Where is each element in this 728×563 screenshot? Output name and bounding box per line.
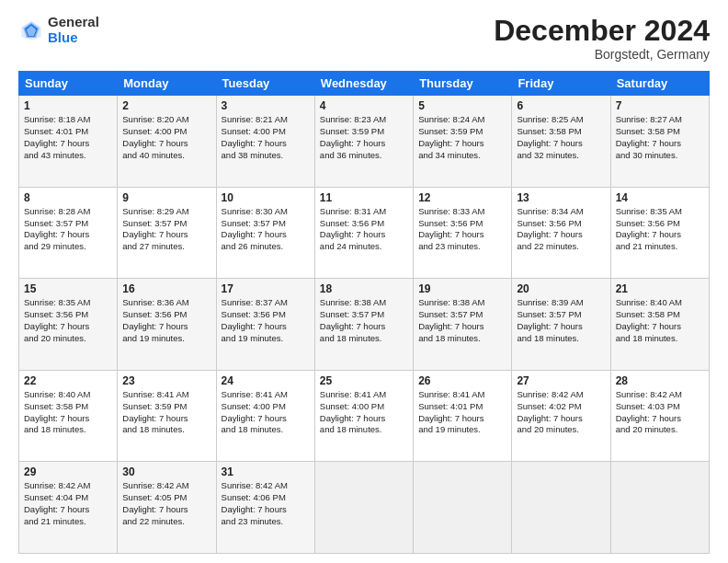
- title-block: December 2024 Borgstedt, Germany: [494, 15, 710, 62]
- day-info: and 32 minutes.: [517, 150, 605, 162]
- day-number: 3: [222, 99, 310, 112]
- table-row: 29Sunrise: 8:42 AMSunset: 4:04 PMDayligh…: [19, 462, 118, 554]
- day-info: and 27 minutes.: [122, 241, 210, 253]
- day-info: and 18 minutes.: [320, 333, 408, 345]
- day-info: Sunrise: 8:41 AM: [122, 389, 210, 401]
- day-info: Daylight: 7 hours: [222, 504, 310, 516]
- day-number: 13: [517, 191, 605, 204]
- day-info: Sunset: 3:57 PM: [320, 309, 408, 321]
- col-friday: Friday: [512, 72, 610, 96]
- table-row: 4Sunrise: 8:23 AMSunset: 3:59 PMDaylight…: [314, 96, 413, 188]
- day-number: 27: [517, 374, 605, 387]
- day-info: Sunrise: 8:42 AM: [24, 480, 112, 492]
- day-info: Sunrise: 8:23 AM: [320, 114, 408, 126]
- day-info: Sunrise: 8:28 AM: [24, 206, 112, 218]
- day-info: Sunset: 3:56 PM: [320, 218, 408, 230]
- day-info: and 20 minutes.: [24, 333, 112, 345]
- day-info: Sunrise: 8:42 AM: [517, 389, 605, 401]
- day-number: 12: [418, 191, 506, 204]
- table-row: 25Sunrise: 8:41 AMSunset: 4:00 PMDayligh…: [314, 370, 413, 462]
- day-info: Sunset: 4:04 PM: [24, 492, 112, 504]
- day-info: Daylight: 7 hours: [122, 229, 210, 241]
- day-info: Daylight: 7 hours: [320, 413, 408, 425]
- table-row: 7Sunrise: 8:27 AMSunset: 3:58 PMDaylight…: [610, 96, 709, 188]
- day-info: Sunset: 3:56 PM: [222, 309, 310, 321]
- day-info: Sunrise: 8:40 AM: [24, 389, 112, 401]
- day-number: 31: [222, 465, 310, 478]
- day-info: Sunrise: 8:39 AM: [517, 297, 605, 309]
- day-info: Sunrise: 8:35 AM: [616, 206, 704, 218]
- day-info: and 40 minutes.: [122, 150, 210, 162]
- day-number: 19: [418, 282, 506, 295]
- day-info: Sunrise: 8:24 AM: [418, 114, 506, 126]
- day-info: and 22 minutes.: [517, 241, 605, 253]
- day-info: Sunrise: 8:38 AM: [418, 297, 506, 309]
- col-tuesday: Tuesday: [216, 72, 314, 96]
- day-info: Sunrise: 8:41 AM: [418, 389, 506, 401]
- day-info: Sunset: 3:57 PM: [222, 218, 310, 230]
- day-info: Daylight: 7 hours: [24, 413, 112, 425]
- table-row: 31Sunrise: 8:42 AMSunset: 4:06 PMDayligh…: [216, 462, 314, 554]
- day-info: Sunrise: 8:41 AM: [320, 389, 408, 401]
- day-number: 18: [320, 282, 408, 295]
- day-info: and 18 minutes.: [222, 424, 310, 436]
- table-row: 16Sunrise: 8:36 AMSunset: 3:56 PMDayligh…: [118, 279, 216, 371]
- table-row: [512, 462, 610, 554]
- day-info: Daylight: 7 hours: [616, 413, 704, 425]
- day-number: 7: [616, 99, 704, 112]
- day-info: Sunset: 3:57 PM: [122, 218, 210, 230]
- day-info: Daylight: 7 hours: [222, 138, 310, 150]
- day-info: Sunset: 4:01 PM: [24, 126, 112, 138]
- day-info: Daylight: 7 hours: [122, 321, 210, 333]
- day-info: Sunset: 3:58 PM: [517, 126, 605, 138]
- day-info: and 21 minutes.: [616, 241, 704, 253]
- day-info: Daylight: 7 hours: [418, 229, 506, 241]
- day-info: Daylight: 7 hours: [24, 504, 112, 516]
- day-info: and 18 minutes.: [418, 333, 506, 345]
- day-info: Sunset: 3:56 PM: [24, 309, 112, 321]
- day-info: Daylight: 7 hours: [517, 413, 605, 425]
- logo-general: General: [48, 15, 99, 30]
- day-info: Sunset: 4:00 PM: [222, 126, 310, 138]
- day-number: 20: [517, 282, 605, 295]
- col-wednesday: Wednesday: [314, 72, 413, 96]
- day-number: 9: [122, 191, 210, 204]
- day-info: and 20 minutes.: [616, 424, 704, 436]
- day-info: and 18 minutes.: [122, 424, 210, 436]
- col-sunday: Sunday: [19, 72, 118, 96]
- table-row: 17Sunrise: 8:37 AMSunset: 3:56 PMDayligh…: [216, 279, 314, 371]
- table-row: 9Sunrise: 8:29 AMSunset: 3:57 PMDaylight…: [118, 187, 216, 279]
- day-info: Sunrise: 8:42 AM: [122, 480, 210, 492]
- day-number: 24: [222, 374, 310, 387]
- day-info: Sunrise: 8:25 AM: [517, 114, 605, 126]
- table-row: 19Sunrise: 8:38 AMSunset: 3:57 PMDayligh…: [414, 279, 512, 371]
- table-row: 2Sunrise: 8:20 AMSunset: 4:00 PMDaylight…: [118, 96, 216, 188]
- day-info: Sunset: 3:57 PM: [517, 309, 605, 321]
- day-info: Sunrise: 8:42 AM: [222, 480, 310, 492]
- day-info: Daylight: 7 hours: [222, 229, 310, 241]
- day-info: Daylight: 7 hours: [24, 321, 112, 333]
- day-info: Sunset: 3:58 PM: [616, 126, 704, 138]
- day-info: Sunrise: 8:41 AM: [222, 389, 310, 401]
- day-info: Daylight: 7 hours: [24, 138, 112, 150]
- location: Borgstedt, Germany: [494, 47, 710, 62]
- day-info: and 19 minutes.: [222, 333, 310, 345]
- day-info: Sunrise: 8:30 AM: [222, 206, 310, 218]
- day-info: Daylight: 7 hours: [320, 138, 408, 150]
- col-thursday: Thursday: [414, 72, 512, 96]
- table-row: 6Sunrise: 8:25 AMSunset: 3:58 PMDaylight…: [512, 96, 610, 188]
- day-number: 26: [418, 374, 506, 387]
- logo-icon: [18, 17, 44, 43]
- table-row: 8Sunrise: 8:28 AMSunset: 3:57 PMDaylight…: [19, 187, 118, 279]
- day-info: Sunset: 4:00 PM: [320, 401, 408, 413]
- table-row: 11Sunrise: 8:31 AMSunset: 3:56 PMDayligh…: [314, 187, 413, 279]
- day-number: 30: [122, 465, 210, 478]
- day-number: 14: [616, 191, 704, 204]
- day-info: and 18 minutes.: [517, 333, 605, 345]
- day-info: Daylight: 7 hours: [418, 138, 506, 150]
- day-info: Daylight: 7 hours: [517, 229, 605, 241]
- day-info: Daylight: 7 hours: [222, 413, 310, 425]
- day-info: Sunrise: 8:36 AM: [122, 297, 210, 309]
- logo-text: General Blue: [48, 15, 99, 45]
- day-number: 23: [122, 374, 210, 387]
